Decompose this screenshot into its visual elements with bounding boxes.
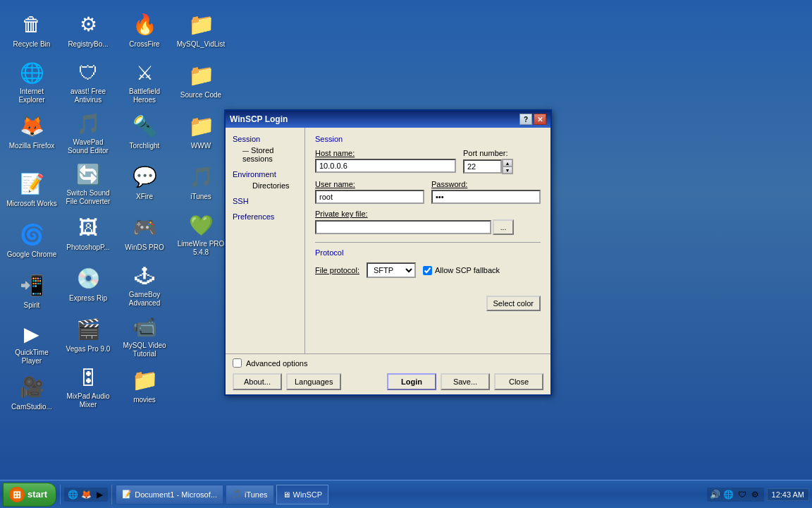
port-number-input[interactable] [463,159,502,174]
icon-google-chrome[interactable]: 🌀 Google Chrome [4,217,60,267]
allow-scp-checkbox-label: Allow SCP fallback [423,266,500,275]
icon-quicktime[interactable]: ▶ QuickTime Player [4,319,60,368]
close-button[interactable]: Close [494,373,543,390]
taskbar-right: 🔊 🌐 🛡 ⚙ 12:43 AM [707,488,809,502]
tree-ssh[interactable]: SSH [230,195,300,207]
quick-launch: 🌐 🦊 ▶ [64,488,108,502]
tray-icon-2[interactable]: 🌐 [723,489,734,500]
start-orb: ⊞ [9,487,25,502]
icon-gameboy[interactable]: 🕹 GameBoy Advanced [116,261,173,310]
user-group: User name: [315,180,424,204]
languages-button[interactable]: Languages [286,373,341,390]
tray-icon-1[interactable]: 🔊 [710,489,721,500]
tree-environment[interactable]: Environment [230,169,300,180]
protocol-section-label: Protocol [315,248,541,257]
ql-media-icon[interactable]: ▶ [94,489,105,500]
dialog-title-buttons: ? ✕ [519,114,546,125]
tree-session[interactable]: Session [230,133,300,145]
ql-firefox-icon[interactable]: 🦊 [80,489,92,500]
dialog-body: Session — Stored sessions Environment Di… [226,128,550,353]
file-protocol-select[interactable]: SFTP SCP FTP [367,262,416,278]
password-label: Password: [431,180,541,188]
icon-wavepad[interactable]: 🎵 WavePad Sound Editor [60,109,116,158]
taskbar-item-winscp[interactable]: 🖥 WinSCP [276,485,329,504]
dialog-close-button[interactable]: ✕ [534,114,546,125]
icon-www[interactable]: 📁 WWW [173,109,229,158]
port-spinner: ▲ ▼ [502,159,513,174]
icon-registry[interactable]: ⚙ RegistryBo... [60,7,116,56]
browse-button[interactable]: ... [493,219,514,235]
icon-mysql-vid-list[interactable]: 📁 MySQL_VidList [173,7,229,56]
icon-switch-sound[interactable]: 🔄 Switch Sound File Converter [60,159,116,209]
dialog-tree-panel: Session — Stored sessions Environment Di… [226,128,305,353]
host-group: Host name: [315,149,456,173]
icon-xfire[interactable]: 💬 XFire [116,159,173,209]
port-up-button[interactable]: ▲ [503,159,512,167]
icon-spirit[interactable]: 📲 Spirit [4,268,60,318]
icon-recycle-bin[interactable]: 🗑 Recycle Bin [4,7,60,56]
icon-mysql-video[interactable]: 📹 MySQL Video Tutorial [116,312,173,361]
icon-avast[interactable]: 🛡 avast! Free Antivirus [60,58,116,107]
icon-internet-explorer[interactable]: 🌐 Internet Explorer [4,58,60,107]
icon-mixpad[interactable]: 🎛 MixPad Audio Mixer [60,363,116,412]
save-button[interactable]: Save... [441,373,490,390]
protocol-section: Protocol File protocol: SFTP SCP FTP All… [315,242,541,278]
start-button[interactable]: ⊞ start [3,483,56,507]
select-color-button[interactable]: Select color [486,296,541,311]
icon-source-code[interactable]: 📁 Source Code [173,58,229,107]
dialog-titlebar: WinSCP Login ? ✕ [226,111,550,128]
action-buttons: About... Languages Login Save... Close [233,373,543,390]
icon-microsoft-works[interactable]: 📝 Microsoft Works [4,167,60,216]
taskbar-separator [60,485,61,504]
icon-mozilla-firefox[interactable]: 🦊 Mozilla Firefox [4,109,60,158]
port-number-label: Port number: [463,149,513,157]
user-name-input[interactable] [315,190,424,204]
taskbar-item-itunes[interactable]: 🎵 iTunes [226,485,274,504]
taskbar: ⊞ start 🌐 🦊 ▶ 📝 Document1 - Microsof... … [0,480,812,508]
icon-winds-pro[interactable]: 🎮 WinDS PRO [116,210,173,260]
icon-crossfire[interactable]: 🔥 CrossFire [116,7,173,56]
icon-express-rip[interactable]: 💿 Express Rip [60,261,116,310]
host-port-row: Host name: Port number: ▲ ▼ [315,149,541,174]
ql-ie-icon[interactable]: 🌐 [67,489,78,500]
icon-vegas-pro[interactable]: 🎬 Vegas Pro 9.0 [60,312,116,361]
dialog-form-panel: Session Host name: Port number: ▲ ▼ [305,128,550,353]
icon-limewire[interactable]: 💚 LimeWire PRO 5.4.8 [173,210,229,260]
private-key-input[interactable] [315,220,491,234]
port-wrapper: ▲ ▼ [463,159,513,174]
host-name-label: Host name: [315,149,456,157]
tray-icon-4[interactable]: ⚙ [750,489,761,500]
private-key-label: Private key file: [315,210,541,218]
dialog-help-button[interactable]: ? [519,114,532,125]
advanced-options-checkbox[interactable] [233,358,242,368]
icon-photoshop[interactable]: 🖼 PhotoshopP... [60,210,116,260]
tree-directories[interactable]: Directories [230,180,300,191]
system-tray: 🔊 🌐 🛡 ⚙ [707,488,764,502]
icon-torchlight[interactable]: 🔦 Torchlight [116,109,173,158]
tree-stored-sessions[interactable]: — Stored sessions [230,145,300,164]
system-clock: 12:43 AM [767,488,809,501]
desktop: 🗑 Recycle Bin 🌐 Internet Explorer 🦊 Mozi… [0,0,812,480]
icon-camstudio[interactable]: 🎥 CamStudio... [4,370,60,419]
session-section-label: Session [315,135,541,143]
icon-itunes[interactable]: 🎵 iTunes [173,159,229,209]
file-protocol-label: File protocol: [315,266,359,274]
icon-movies[interactable]: 📁 movies [116,363,173,412]
advanced-options-label: Advanced options [246,359,307,368]
user-pass-row: User name: Password: [315,180,541,204]
taskbar-items: 📝 Document1 - Microsof... 🎵 iTunes 🖥 Win… [116,485,705,504]
taskbar-separator-2 [111,485,112,504]
tray-icon-3[interactable]: 🛡 [737,489,748,500]
allow-scp-checkbox[interactable] [423,266,432,275]
about-button[interactable]: About... [233,373,282,390]
icon-battlefield[interactable]: ⚔ Battlefield Heroes [116,58,173,107]
winscp-dialog: WinSCP Login ? ✕ Session — Stored sessio… [224,109,552,396]
login-button[interactable]: Login [387,373,436,390]
password-input[interactable] [431,190,541,204]
port-group: Port number: ▲ ▼ [463,149,513,174]
host-name-input[interactable] [315,159,456,173]
tree-preferences[interactable]: Preferences [230,211,300,222]
taskbar-item-document[interactable]: 📝 Document1 - Microsof... [116,485,223,504]
port-down-button[interactable]: ▼ [503,167,512,174]
pass-group: Password: [431,180,541,204]
